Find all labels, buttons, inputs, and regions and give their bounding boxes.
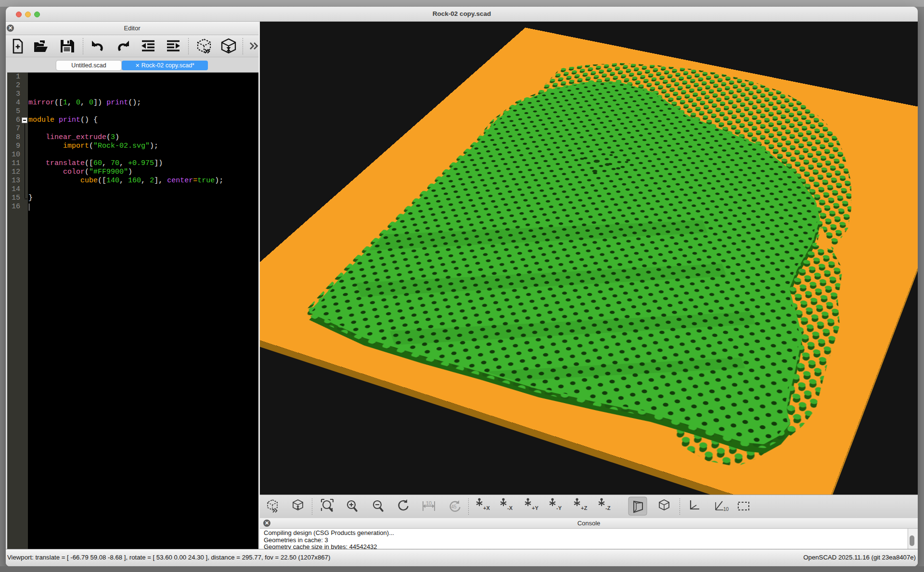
svg-text:+Z: +Z [581,505,587,511]
svg-text:10: 10 [426,500,432,506]
svg-text:+Y: +Y [532,505,539,511]
svg-text:-Z: -Z [605,505,611,511]
svg-text:45: 45 [451,504,457,509]
svg-text:+X: +X [483,505,490,511]
svg-text:-X: -X [507,505,513,511]
svg-text:10: 10 [723,507,729,512]
svg-text:-Y: -Y [556,505,562,511]
